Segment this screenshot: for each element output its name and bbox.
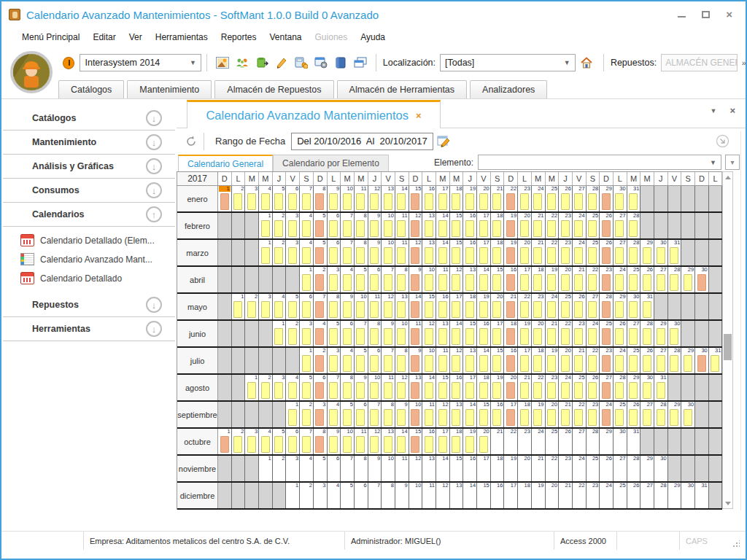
day-cell[interactable]: 25 bbox=[546, 429, 560, 454]
weekday-block[interactable] bbox=[329, 274, 338, 291]
day-cell[interactable]: 28 bbox=[654, 483, 668, 508]
weekday-block[interactable] bbox=[397, 247, 406, 264]
day-cell[interactable]: 15 bbox=[450, 456, 464, 481]
sunday-block[interactable] bbox=[697, 274, 706, 291]
weekday-block[interactable] bbox=[479, 436, 488, 453]
day-cell[interactable]: 27 bbox=[614, 213, 627, 238]
day-cell[interactable]: 24 bbox=[546, 294, 560, 319]
weekday-block[interactable] bbox=[465, 193, 474, 210]
day-cell[interactable]: 11 bbox=[382, 375, 395, 400]
sunday-block[interactable] bbox=[315, 220, 324, 237]
weekday-block[interactable] bbox=[670, 328, 678, 345]
day-cell[interactable]: 17 bbox=[477, 213, 491, 238]
day-cell[interactable]: 7 bbox=[341, 240, 355, 265]
day-cell[interactable]: 12 bbox=[450, 267, 464, 292]
day-cell[interactable]: 31 bbox=[640, 294, 654, 319]
sunday-block[interactable] bbox=[411, 436, 419, 453]
weekday-block[interactable] bbox=[561, 247, 570, 264]
day-cell[interactable]: 23 bbox=[559, 240, 573, 265]
weekday-block[interactable] bbox=[302, 409, 311, 426]
close-icon[interactable]: × bbox=[726, 11, 732, 18]
day-cell[interactable]: 19 bbox=[504, 240, 518, 265]
tab-catalogos[interactable]: Catálogos bbox=[58, 80, 124, 98]
day-cell[interactable]: 3 bbox=[286, 213, 300, 238]
day-cell[interactable]: 11 bbox=[436, 267, 450, 292]
sunday-block[interactable] bbox=[315, 193, 324, 210]
day-cell[interactable]: 28 bbox=[600, 294, 614, 319]
weekday-block[interactable] bbox=[343, 355, 352, 372]
tab-almacen-herramientas[interactable]: Almacén de Herramientas bbox=[337, 80, 468, 98]
weekday-block[interactable] bbox=[588, 193, 597, 210]
day-cell[interactable]: 18 bbox=[518, 402, 532, 427]
day-cell[interactable]: 27 bbox=[573, 429, 587, 454]
day-cell[interactable]: 27 bbox=[627, 321, 641, 346]
weekday-block[interactable] bbox=[492, 409, 501, 426]
day-cell[interactable]: 30 bbox=[614, 429, 627, 454]
weekday-block[interactable] bbox=[397, 220, 406, 237]
day-cell[interactable]: 11 bbox=[395, 213, 409, 238]
day-cell[interactable]: 4 bbox=[341, 267, 355, 292]
day-cell[interactable]: 3 bbox=[273, 375, 287, 400]
tab-list-dropdown-icon[interactable]: ▼ bbox=[710, 107, 716, 114]
sunday-block[interactable] bbox=[602, 247, 611, 264]
weekday-block[interactable] bbox=[561, 328, 570, 345]
book-icon[interactable] bbox=[333, 55, 348, 70]
day-cell[interactable]: 3 bbox=[314, 402, 328, 427]
day-cell[interactable]: 3 bbox=[328, 267, 341, 292]
day-cell[interactable]: 1 bbox=[259, 240, 273, 265]
day-cell[interactable]: 18 bbox=[491, 240, 505, 265]
weekday-block[interactable] bbox=[302, 355, 311, 372]
weekday-block[interactable] bbox=[574, 355, 583, 372]
day-cell[interactable]: 18 bbox=[504, 321, 518, 346]
weekday-block[interactable] bbox=[397, 193, 406, 210]
weekday-block[interactable] bbox=[533, 409, 542, 426]
day-cell[interactable]: 1 bbox=[286, 483, 300, 508]
day-cell[interactable]: 31 bbox=[668, 240, 682, 265]
day-cell[interactable]: 13 bbox=[450, 402, 464, 427]
day-cell[interactable]: 9 bbox=[368, 456, 382, 481]
weekday-block[interactable] bbox=[479, 409, 488, 426]
weekday-block[interactable] bbox=[615, 409, 624, 426]
day-cell[interactable]: 14 bbox=[395, 429, 409, 454]
day-cell[interactable]: 15 bbox=[477, 402, 491, 427]
localizacion-select[interactable]: [Todas] ▼ bbox=[440, 54, 576, 71]
weekday-block[interactable] bbox=[670, 409, 678, 426]
day-cell[interactable]: 6 bbox=[314, 375, 328, 400]
day-cell[interactable]: 12 bbox=[436, 402, 450, 427]
weekday-block[interactable] bbox=[288, 247, 297, 264]
day-cell[interactable]: 5 bbox=[273, 186, 287, 211]
weekday-block[interactable] bbox=[288, 409, 297, 426]
day-cell[interactable]: 21 bbox=[546, 321, 560, 346]
day-cell[interactable]: 26 bbox=[627, 483, 641, 508]
weekday-block[interactable] bbox=[492, 247, 501, 264]
weekday-block[interactable] bbox=[302, 382, 311, 399]
day-cell[interactable]: 6 bbox=[328, 240, 341, 265]
day-cell[interactable]: 25 bbox=[627, 267, 641, 292]
day-cell[interactable]: 15 bbox=[463, 321, 477, 346]
day-cell[interactable]: 15 bbox=[491, 348, 505, 373]
weekday-block[interactable] bbox=[492, 220, 501, 237]
weekday-block[interactable] bbox=[425, 301, 433, 318]
day-cell[interactable]: 27 bbox=[654, 348, 668, 373]
weekday-block[interactable] bbox=[438, 355, 447, 372]
weekday-block[interactable] bbox=[479, 382, 488, 399]
day-cell[interactable]: 30 bbox=[614, 186, 627, 211]
day-cell[interactable]: 11 bbox=[395, 456, 409, 481]
day-cell[interactable]: 20 bbox=[518, 240, 532, 265]
day-cell[interactable]: 14 bbox=[409, 294, 423, 319]
day-cell[interactable]: 12 bbox=[382, 294, 395, 319]
weekday-block[interactable] bbox=[261, 382, 270, 399]
day-cell[interactable]: 6 bbox=[286, 186, 300, 211]
day-cell[interactable]: 11 bbox=[368, 294, 382, 319]
weekday-block[interactable] bbox=[384, 382, 392, 399]
weekday-block[interactable] bbox=[343, 436, 352, 453]
day-cell[interactable]: 17 bbox=[504, 483, 518, 508]
day-cell[interactable]: 22 bbox=[504, 429, 518, 454]
day-cell[interactable]: 26 bbox=[600, 456, 614, 481]
day-cell[interactable]: 3 bbox=[245, 429, 259, 454]
weekday-block[interactable] bbox=[343, 301, 352, 318]
sunday-block[interactable] bbox=[315, 274, 324, 291]
weekday-block[interactable] bbox=[329, 436, 338, 453]
day-cell[interactable]: 16 bbox=[491, 402, 505, 427]
day-cell[interactable]: 17 bbox=[436, 186, 450, 211]
